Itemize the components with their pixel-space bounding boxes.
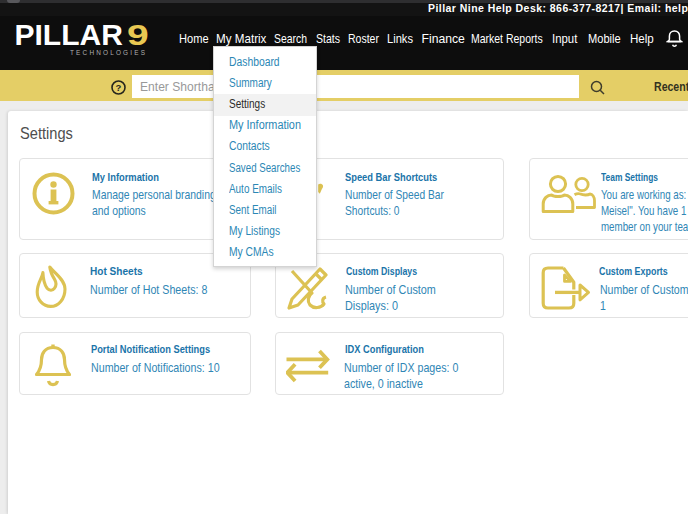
svg-text:?: ? <box>116 82 122 93</box>
